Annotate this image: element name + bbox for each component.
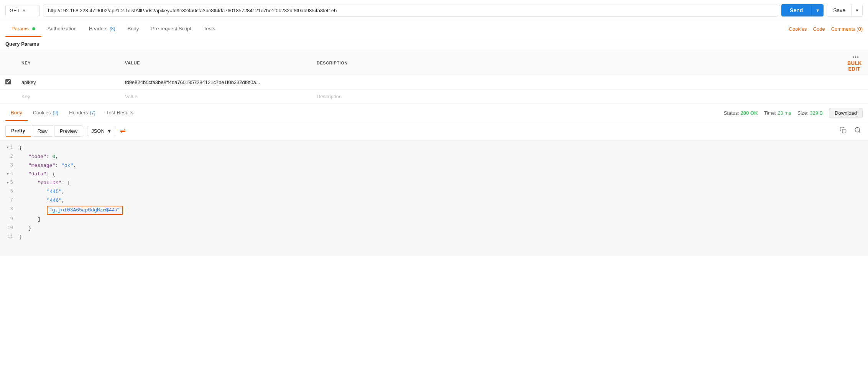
response-tab-headers-badge: (7) — [90, 110, 95, 115]
tab-headers[interactable]: Headers (8) — [83, 21, 122, 37]
size-label: Size: 329 B — [797, 110, 823, 116]
row-value-cell[interactable]: fd9e824b0cfa3be8ff4da7601857284121c7be1f… — [120, 75, 311, 90]
code-link[interactable]: Code — [813, 26, 825, 32]
response-tab-headers-label: Headers — [69, 110, 88, 115]
json-line: 3"message": "ok", — [0, 162, 868, 170]
save-button[interactable]: Save — [827, 4, 852, 16]
json-line: 10} — [0, 224, 868, 233]
comments-link[interactable]: Comments (0) — [831, 26, 863, 32]
json-line: ▼1{ — [0, 144, 868, 153]
key-placeholder: Key — [21, 94, 30, 99]
line-content: "data": { — [19, 170, 868, 178]
row-desc-cell[interactable] — [311, 75, 833, 90]
copy-button[interactable] — [838, 125, 848, 137]
more-options-icon[interactable]: ••• — [852, 54, 859, 60]
line-content: "code": 0, — [19, 153, 868, 161]
format-label: JSON — [91, 128, 105, 134]
response-tab-headers[interactable]: Headers (7) — [64, 105, 101, 121]
empty-key-cell[interactable]: Key — [16, 90, 120, 104]
th-checkbox — [0, 51, 16, 75]
body-toolbar-right — [838, 125, 863, 137]
tab-headers-badge: (8) — [110, 26, 115, 31]
line-number: 6 — [0, 188, 19, 195]
top-bar: GET ▼ Send ▼ Save ▼ — [0, 0, 868, 21]
query-params-header: Query Params — [0, 37, 868, 51]
bulk-edit-link[interactable]: Bulk Edit — [847, 60, 862, 72]
empty-desc-cell[interactable]: Description — [311, 90, 833, 104]
line-content: "445", — [19, 188, 868, 196]
preview-button[interactable]: Preview — [54, 125, 83, 137]
download-button[interactable]: Download — [829, 108, 863, 118]
json-line: 6"445", — [0, 188, 868, 196]
table-row: apikey fd9e824b0cfa3be8ff4da760185728412… — [0, 75, 868, 90]
row-key-cell[interactable]: apikey — [16, 75, 120, 90]
response-tab-test-results[interactable]: Test Results — [101, 105, 139, 121]
row-checkbox[interactable] — [5, 79, 11, 84]
method-chevron-icon: ▼ — [22, 8, 26, 13]
json-viewer: ▼1{2"code": 0,3"message": "ok",▼4"data":… — [0, 141, 868, 256]
response-tab-cookies-label: Cookies — [33, 110, 51, 115]
response-status-bar: Status: 200 OK Time: 23 ms Size: 329 B D… — [724, 108, 863, 118]
wrap-icon[interactable]: ⇌ — [120, 127, 126, 135]
tab-right-links: Cookies Code Comments (0) — [789, 26, 863, 32]
line-content: ] — [19, 216, 868, 224]
send-button[interactable]: Send — [781, 4, 811, 16]
line-content: } — [19, 233, 868, 241]
fold-arrow-icon[interactable]: ▼ — [7, 180, 8, 186]
tab-params-label: Params — [12, 26, 29, 31]
request-tabs-bar: Params Authorization Headers (8) Body Pr… — [0, 21, 868, 37]
status-value: 200 OK — [741, 110, 758, 116]
json-line: 8"g.jnI03A65apGdgHzw$447" — [0, 205, 868, 216]
line-number: 11 — [0, 233, 19, 241]
save-dropdown-button[interactable]: ▼ — [852, 4, 862, 16]
tab-params[interactable]: Params — [5, 21, 41, 37]
tab-tests[interactable]: Tests — [197, 21, 221, 37]
tab-authorization[interactable]: Authorization — [41, 21, 83, 37]
line-content: } — [19, 224, 868, 233]
time-label: Time: 23 ms — [764, 110, 791, 116]
line-number: 10 — [0, 224, 19, 232]
table-row-empty: Key Value Description — [0, 90, 868, 104]
tab-authorization-label: Authorization — [48, 26, 77, 31]
json-line: ▼5"padIDs": [ — [0, 179, 868, 188]
response-tab-cookies[interactable]: Cookies (2) — [28, 105, 64, 121]
empty-value-cell[interactable]: Value — [120, 90, 311, 104]
method-selector[interactable]: GET ▼ — [5, 5, 40, 16]
line-content: { — [19, 144, 868, 152]
line-number: 3 — [0, 162, 19, 169]
line-number: ▼1 — [0, 144, 19, 152]
tab-body-label: Body — [128, 26, 139, 31]
line-number: 9 — [0, 216, 19, 223]
row-checkbox-cell[interactable] — [0, 75, 16, 90]
empty-checkbox-cell — [0, 90, 16, 104]
pretty-button[interactable]: Pretty — [5, 125, 31, 137]
tab-pre-request-script[interactable]: Pre-request Script — [145, 21, 197, 37]
cookies-link[interactable]: Cookies — [789, 26, 807, 32]
response-tab-test-results-label: Test Results — [106, 110, 133, 115]
svg-rect-0 — [842, 129, 846, 133]
raw-button[interactable]: Raw — [32, 125, 53, 137]
fold-arrow-icon[interactable]: ▼ — [7, 172, 8, 177]
empty-actions-cell — [833, 90, 868, 104]
th-value: VALUE — [120, 51, 311, 75]
line-content: "message": "ok", — [19, 162, 868, 170]
save-button-group: Save ▼ — [827, 4, 863, 17]
svg-point-1 — [855, 127, 860, 132]
url-input[interactable] — [43, 5, 778, 16]
format-selector[interactable]: JSON ▼ — [87, 126, 116, 136]
json-line: 11} — [0, 233, 868, 242]
tab-body[interactable]: Body — [122, 21, 145, 37]
send-dropdown-button[interactable]: ▼ — [811, 4, 824, 16]
search-button[interactable] — [853, 125, 863, 137]
fold-arrow-icon[interactable]: ▼ — [7, 145, 8, 150]
line-content: "446", — [19, 197, 868, 205]
send-button-group: Send ▼ — [781, 4, 824, 16]
th-description: DESCRIPTION — [311, 51, 833, 75]
response-tab-body[interactable]: Body — [5, 105, 28, 121]
json-line: 7"446", — [0, 196, 868, 205]
response-tab-body-label: Body — [11, 110, 22, 115]
time-value: 23 ms — [778, 110, 791, 116]
th-actions: ••• Bulk Edit — [833, 51, 868, 75]
row-actions-cell — [833, 75, 868, 90]
th-key: KEY — [16, 51, 120, 75]
